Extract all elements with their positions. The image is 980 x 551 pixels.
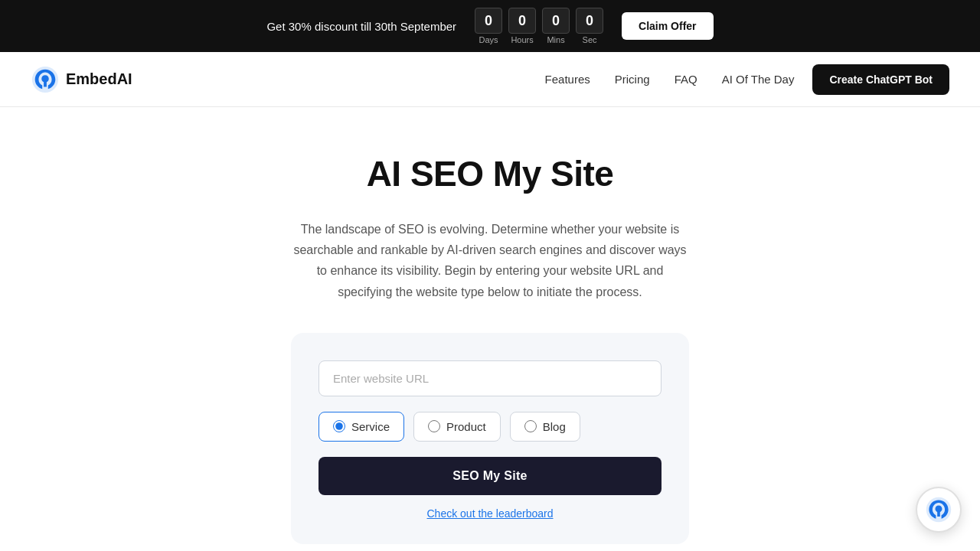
- radio-service[interactable]: Service: [318, 412, 404, 442]
- floating-chat-button[interactable]: [916, 487, 962, 533]
- navbar: EmbedAI Features Pricing FAQ AI Of The D…: [0, 52, 980, 107]
- mins-value: 0: [542, 8, 570, 34]
- radio-product[interactable]: Product: [413, 412, 501, 442]
- nav-ai-of-the-day[interactable]: AI Of The Day: [722, 73, 795, 86]
- days-label: Days: [479, 35, 498, 44]
- logo-link[interactable]: EmbedAI: [31, 65, 132, 94]
- leaderboard-link[interactable]: Check out the leaderboard: [318, 507, 662, 520]
- days-value: 0: [475, 8, 502, 34]
- sec-label: Sec: [583, 35, 597, 44]
- nav-pricing[interactable]: Pricing: [615, 73, 650, 86]
- countdown: 0 Days 0 Hours 0 Mins 0 Sec: [475, 8, 603, 44]
- website-type-radio-group: Service Product Blog: [318, 412, 662, 442]
- logo-text: EmbedAI: [66, 70, 132, 88]
- radio-blog[interactable]: Blog: [510, 412, 580, 442]
- banner-text: Get 30% discount till 30th September: [266, 20, 456, 33]
- radio-product-label: Product: [446, 420, 486, 433]
- sec-value: 0: [576, 8, 603, 34]
- floating-chat-icon: [925, 496, 952, 523]
- countdown-sec: 0 Sec: [576, 8, 603, 44]
- page-description: The landscape of SEO is evolving. Determ…: [291, 219, 689, 302]
- mins-label: Mins: [547, 35, 564, 44]
- main-content: AI SEO My Site The landscape of SEO is e…: [0, 107, 980, 551]
- create-chatgpt-bot-button[interactable]: Create ChatGPT Bot: [812, 64, 949, 95]
- hours-label: Hours: [511, 35, 533, 44]
- countdown-hours: 0 Hours: [508, 8, 536, 44]
- nav-links: Features Pricing FAQ AI Of The Day: [545, 73, 795, 86]
- claim-offer-button[interactable]: Claim Offer: [622, 12, 713, 40]
- nav-faq[interactable]: FAQ: [675, 73, 697, 86]
- website-url-input[interactable]: [318, 360, 662, 396]
- hours-value: 0: [508, 8, 536, 34]
- radio-blog-label: Blog: [543, 420, 566, 433]
- nav-features[interactable]: Features: [545, 73, 590, 86]
- page-title: AI SEO My Site: [367, 153, 614, 194]
- seo-form-card: Service Product Blog SEO My Site Check o…: [291, 333, 689, 544]
- top-banner: Get 30% discount till 30th September 0 D…: [0, 0, 980, 52]
- countdown-mins: 0 Mins: [542, 8, 570, 44]
- countdown-days: 0 Days: [475, 8, 502, 44]
- radio-service-label: Service: [351, 420, 390, 433]
- logo-icon: [31, 65, 60, 94]
- seo-my-site-button[interactable]: SEO My Site: [318, 457, 662, 495]
